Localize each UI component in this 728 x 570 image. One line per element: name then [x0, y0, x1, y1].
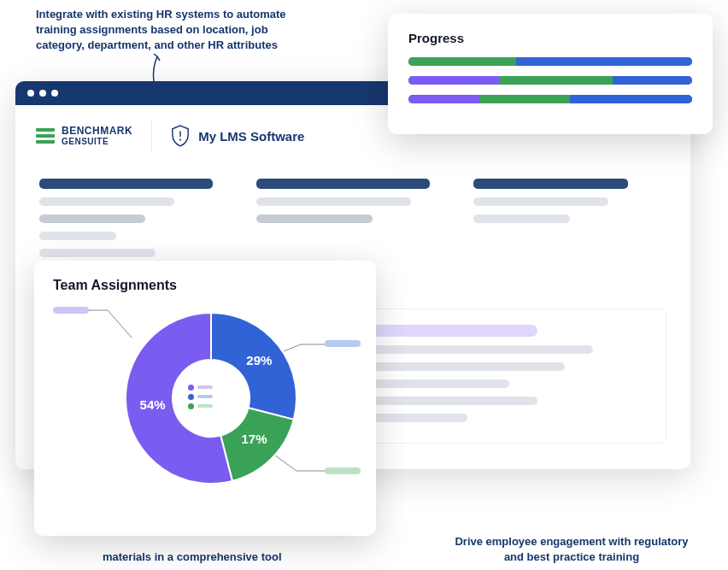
legend-item	[188, 403, 213, 409]
skeleton-bar	[39, 197, 174, 206]
skeleton-bar	[473, 214, 570, 223]
app-title-text: My LMS Software	[198, 129, 304, 144]
header-divider	[151, 120, 152, 151]
team-assignments-card: Team Assignments 54%29%17%	[34, 261, 376, 536]
pct-label: 17%	[241, 432, 267, 446]
progress-bars	[408, 57, 692, 103]
skeleton-bar	[39, 232, 116, 240]
progress-segment	[516, 57, 692, 66]
donut-chart: 54%29%17%	[53, 300, 357, 514]
skeleton-bar	[371, 414, 468, 422]
skeleton-col	[473, 179, 666, 257]
annotation-hr-integration: Integrate with existing HR systems to au…	[36, 7, 309, 54]
chart-callout	[325, 340, 361, 347]
progress-segment	[479, 95, 570, 103]
arrow-icon	[137, 51, 171, 85]
progress-title: Progress	[408, 31, 692, 45]
progress-segment	[408, 57, 516, 66]
progress-segment	[499, 76, 613, 85]
logo-mark-icon	[36, 128, 55, 144]
chart-callout	[53, 307, 89, 314]
card-tag	[371, 325, 537, 337]
legend-item	[188, 385, 213, 391]
skeleton-bar	[371, 362, 566, 371]
skeleton-bar	[39, 249, 156, 257]
progress-card: Progress	[388, 14, 713, 134]
team-title: Team Assignments	[53, 278, 357, 293]
chart-callout	[325, 467, 361, 474]
skeleton-bar	[256, 197, 411, 206]
skeleton-bar	[371, 379, 510, 388]
pct-label: 54%	[140, 397, 166, 412]
skeleton-bar	[256, 179, 430, 189]
card	[354, 309, 666, 443]
progress-bar	[408, 76, 692, 85]
window-dot	[51, 90, 58, 97]
skeleton-bar	[371, 345, 593, 354]
skeleton-bar	[256, 214, 373, 223]
progress-segment	[613, 76, 692, 85]
logo-text: BENCHMARK GENSUITE	[62, 126, 132, 146]
logo-line1: BENCHMARK	[62, 125, 132, 137]
logo-line2: GENSUITE	[62, 137, 132, 146]
skeleton-bar	[39, 214, 145, 223]
brand-logo: BENCHMARK GENSUITE	[36, 126, 132, 146]
progress-segment	[570, 95, 692, 103]
skeleton-bar	[473, 197, 608, 206]
skeleton-bar	[39, 179, 213, 189]
progress-segment	[408, 95, 479, 103]
skeleton-bar	[473, 179, 628, 189]
window-dot	[39, 90, 46, 97]
pct-label: 29%	[246, 353, 272, 367]
donut-legend-center	[188, 375, 231, 418]
svg-point-1	[179, 138, 181, 140]
annotation-engagement: Drive employee engagement with regulator…	[448, 534, 696, 565]
window-dot	[27, 90, 34, 97]
annotation-materials: materials in a comprehensive tool	[103, 549, 282, 565]
skeleton-bar	[371, 397, 537, 405]
progress-bar	[408, 95, 692, 103]
legend-item	[188, 394, 213, 400]
progress-segment	[408, 76, 499, 85]
skeleton-col	[39, 179, 232, 257]
app-title: My LMS Software	[171, 125, 304, 147]
skeleton-col	[256, 179, 449, 257]
progress-bar	[408, 57, 692, 66]
shield-alert-icon	[171, 125, 190, 147]
